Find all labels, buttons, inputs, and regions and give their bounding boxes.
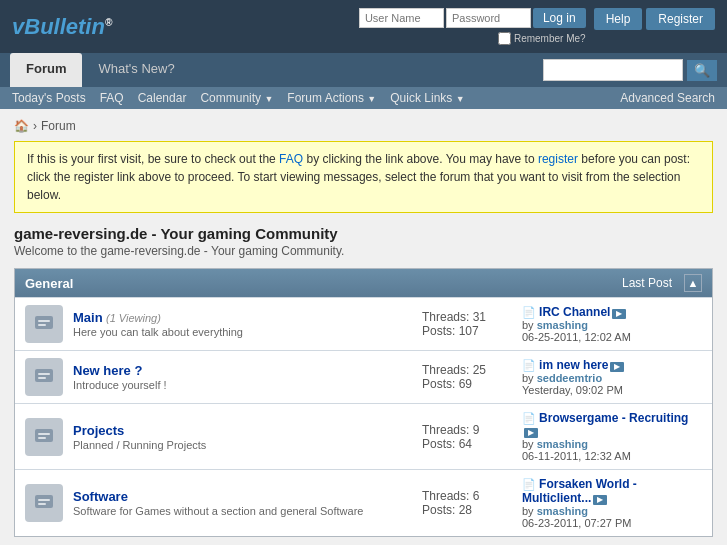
forum-icon-software xyxy=(25,484,63,522)
search-button[interactable]: 🔍 xyxy=(687,60,717,81)
post-icon-4: 📄 xyxy=(522,478,536,490)
last-post-title-software[interactable]: Forsaken World - Multiclient... xyxy=(522,477,637,505)
breadcrumb-forum: Forum xyxy=(41,119,76,133)
last-post-title-main[interactable]: IRC Channel xyxy=(539,305,610,319)
forum-stats-projects: Threads: 9Posts: 64 xyxy=(422,423,512,451)
register-button[interactable]: Register xyxy=(646,8,715,30)
sub-nav-links: Today's Posts FAQ Calendar Community ▼ F… xyxy=(12,91,465,105)
post-icon-3: 📄 xyxy=(522,412,536,424)
faq-link[interactable]: FAQ xyxy=(100,91,124,105)
home-icon[interactable]: 🏠 xyxy=(14,119,29,133)
svg-rect-3 xyxy=(38,324,46,326)
forum-desc-projects: Planned / Running Projects xyxy=(73,439,422,451)
go-icon-software: ▶ xyxy=(593,495,607,505)
category-general-header: General Last Post ▲ xyxy=(15,269,712,297)
today-posts-link[interactable]: Today's Posts xyxy=(12,91,86,105)
speech-bubble-icon-2 xyxy=(33,366,55,388)
tab-whats-new[interactable]: What's New? xyxy=(82,53,190,87)
svg-rect-2 xyxy=(38,320,50,322)
forum-name-main[interactable]: Main xyxy=(73,310,103,325)
collapse-button[interactable]: ▲ xyxy=(684,274,702,292)
last-post-title-projects[interactable]: Browsergame - Recruiting xyxy=(539,411,688,425)
nav-search-input[interactable] xyxy=(543,59,683,81)
speech-bubble-icon-4 xyxy=(33,492,55,514)
forum-stats-main: Threads: 31Posts: 107 xyxy=(422,310,512,338)
last-post-author-software[interactable]: smashing xyxy=(537,505,588,517)
remember-me-checkbox[interactable] xyxy=(498,32,511,45)
svg-rect-8 xyxy=(35,429,53,442)
sub-nav: Today's Posts FAQ Calendar Community ▼ F… xyxy=(0,87,727,109)
forum-desc-newhere: Introduce yourself ! xyxy=(73,379,422,391)
post-icon-2: 📄 xyxy=(522,359,536,371)
sub-nav-right: Advanced Search xyxy=(620,91,715,105)
forum-row-projects: Projects Planned / Running Projects Thre… xyxy=(15,403,712,469)
info-text-1: If this is your first visit, be sure to … xyxy=(27,152,279,166)
svg-rect-6 xyxy=(38,373,50,375)
info-register-link[interactable]: register xyxy=(538,152,578,166)
info-text-2: by clicking the link above. You may have… xyxy=(303,152,538,166)
svg-rect-10 xyxy=(38,433,50,435)
breadcrumb-separator: › xyxy=(33,119,37,133)
forum-lastpost-software: 📄 Forsaken World - Multiclient...▶ by sm… xyxy=(512,477,702,529)
forum-lastpost-newhere: 📄 im new here▶ by seddeemtrio Yesterday,… xyxy=(512,358,702,396)
last-post-author-main[interactable]: smashing xyxy=(537,319,588,331)
forum-desc-main: Here you can talk about everything xyxy=(73,326,422,338)
info-faq-link[interactable]: FAQ xyxy=(279,152,303,166)
header-buttons: Help Register xyxy=(594,8,715,30)
help-button[interactable]: Help xyxy=(594,8,643,30)
logo: vBulletin® xyxy=(12,14,112,40)
go-icon-newhere: ▶ xyxy=(610,362,624,372)
forum-stats-newhere: Threads: 25Posts: 69 xyxy=(422,363,512,391)
content: 🏠 › Forum If this is your first visit, b… xyxy=(0,109,727,545)
advanced-search-link[interactable]: Advanced Search xyxy=(620,91,715,105)
username-input[interactable] xyxy=(359,8,444,28)
forum-subtitle: Welcome to the game-reversing.de - Your … xyxy=(14,244,713,258)
forum-title: game-reversing.de - Your gaming Communit… xyxy=(14,225,713,242)
nav-search: 🔍 xyxy=(543,59,717,81)
forum-name-row: Main (1 Viewing) xyxy=(73,310,422,325)
login-button[interactable]: Log in xyxy=(533,8,586,28)
forum-lastpost-main: 📄 IRC Channel▶ by smashing 06-25-2011, 1… xyxy=(512,305,702,343)
svg-rect-7 xyxy=(38,377,46,379)
last-post-author-newhere[interactable]: seddeemtrio xyxy=(537,372,602,384)
forum-name-newhere[interactable]: New here ? xyxy=(73,363,142,378)
forum-icon-projects xyxy=(25,418,63,456)
svg-rect-0 xyxy=(35,316,53,329)
forum-actions-dropdown-arrow: ▼ xyxy=(367,94,376,104)
speech-bubble-icon xyxy=(33,313,55,335)
calendar-link[interactable]: Calendar xyxy=(138,91,187,105)
remember-me-label: Remember Me? xyxy=(514,33,586,44)
last-post-date-newhere: Yesterday, 09:02 PM xyxy=(522,384,623,396)
breadcrumb: 🏠 › Forum xyxy=(14,119,713,133)
last-post-author-projects[interactable]: smashing xyxy=(537,438,588,450)
forum-name-software[interactable]: Software xyxy=(73,489,128,504)
community-link[interactable]: Community ▼ xyxy=(200,91,273,105)
forum-stats-software: Threads: 6Posts: 28 xyxy=(422,489,512,517)
logo-registered: ® xyxy=(105,16,112,27)
forum-actions-link[interactable]: Forum Actions ▼ xyxy=(287,91,376,105)
speech-bubble-icon-3 xyxy=(33,426,55,448)
community-dropdown-arrow: ▼ xyxy=(264,94,273,104)
quick-links-link[interactable]: Quick Links ▼ xyxy=(390,91,464,105)
svg-rect-4 xyxy=(35,369,53,382)
forum-row-software: Software Software for Games without a se… xyxy=(15,469,712,536)
nav-tabs: Forum What's New? 🔍 xyxy=(0,53,727,87)
last-post-title-newhere[interactable]: im new here xyxy=(539,358,608,372)
forum-icon-newhere xyxy=(25,358,63,396)
post-icon: 📄 xyxy=(522,306,536,318)
last-post-date-main: 06-25-2011, 12:02 AM xyxy=(522,331,631,343)
forum-row-main: Main (1 Viewing) Here you can talk about… xyxy=(15,297,712,350)
login-area: Log in Remember Me? xyxy=(359,8,586,45)
remember-me-row: Remember Me? xyxy=(498,32,586,45)
nav-tabs-list: Forum What's New? xyxy=(10,53,191,87)
forum-name-projects[interactable]: Projects xyxy=(73,423,124,438)
forum-desc-software: Software for Games without a section and… xyxy=(73,505,422,517)
forum-row-newhere: New here ? Introduce yourself ! Threads:… xyxy=(15,350,712,403)
svg-rect-11 xyxy=(38,437,46,439)
forum-info-projects: Projects Planned / Running Projects xyxy=(73,423,422,451)
password-input[interactable] xyxy=(446,8,531,28)
forum-icon-main xyxy=(25,305,63,343)
header: vBulletin® Log in Remember Me? Help Regi… xyxy=(0,0,727,53)
tab-forum[interactable]: Forum xyxy=(10,53,82,87)
category-general-name: General xyxy=(25,276,73,291)
